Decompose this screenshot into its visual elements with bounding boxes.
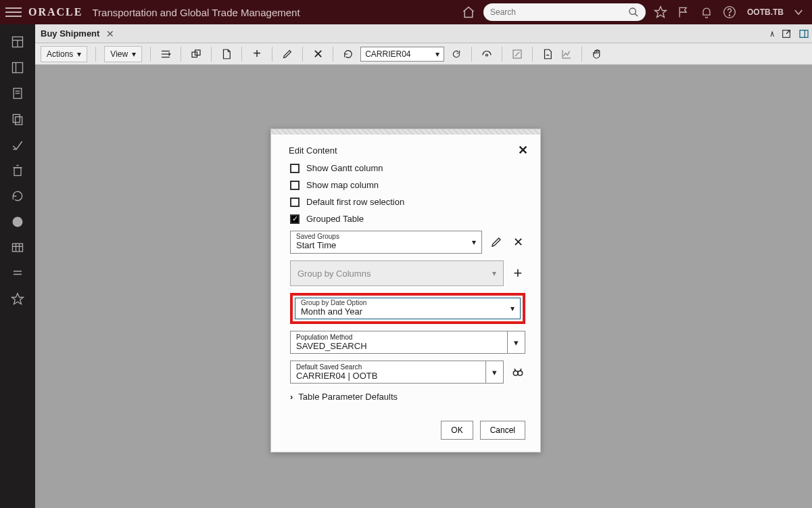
- svg-line-1: [635, 14, 638, 16]
- chevron-down-icon: ▾: [77, 49, 81, 59]
- dialog-title: Edit Content: [289, 145, 337, 156]
- delete-icon[interactable]: ✕: [311, 47, 325, 61]
- search-icon: [628, 7, 639, 18]
- chevron-down-icon: ▾: [435, 49, 439, 59]
- svg-point-20: [13, 217, 23, 227]
- svg-rect-30: [800, 30, 808, 37]
- pan-icon[interactable]: [590, 47, 604, 61]
- field-label: Group by Date Option: [301, 300, 515, 306]
- field-value: Start Time: [296, 240, 476, 251]
- rail-note-icon[interactable]: [9, 85, 26, 101]
- rail-info-icon[interactable]: [9, 214, 26, 230]
- checkbox-icon: [290, 164, 300, 173]
- rail-dashboard-icon[interactable]: [9, 34, 26, 50]
- minimize-icon[interactable]: ٨: [770, 29, 774, 39]
- checkbox-label: Show map column: [306, 180, 379, 190]
- actions-menu[interactable]: Actions ▾: [41, 46, 87, 62]
- checkbox-label: Show Gantt column: [306, 163, 383, 173]
- group-by-date-dropdown[interactable]: Group by Date Option Month and Year ▾: [295, 298, 521, 319]
- svg-rect-9: [13, 63, 23, 73]
- remove-group-icon[interactable]: ✕: [510, 235, 525, 250]
- svg-marker-2: [655, 7, 667, 18]
- cancel-button[interactable]: Cancel: [480, 421, 525, 440]
- panel-toggle-icon[interactable]: [798, 28, 809, 39]
- field-label: Population Method: [296, 333, 519, 341]
- rail-copy-icon[interactable]: [9, 111, 26, 127]
- table-parameter-defaults-toggle[interactable]: › Table Parameter Defaults: [290, 392, 525, 402]
- svg-point-37: [485, 54, 487, 56]
- saved-groups-dropdown[interactable]: Saved Groups Start Time ▾: [290, 231, 482, 254]
- chevron-down-icon: ▾: [485, 361, 503, 383]
- rail-download-icon[interactable]: [9, 137, 26, 153]
- svg-rect-15: [16, 117, 22, 125]
- edit-group-icon[interactable]: [489, 235, 504, 250]
- global-search[interactable]: [483, 3, 646, 21]
- svg-rect-36: [195, 50, 201, 55]
- svg-marker-27: [12, 294, 24, 304]
- maximize-icon[interactable]: [781, 28, 792, 39]
- help-icon[interactable]: [721, 4, 738, 20]
- compose-icon[interactable]: [510, 47, 524, 61]
- export-icon[interactable]: [541, 47, 554, 61]
- default-saved-search-dropdown[interactable]: Default Saved Search CARRIER04 | OOTB ▾: [290, 361, 504, 384]
- flag-icon[interactable]: [675, 4, 692, 20]
- group-by-columns-dropdown[interactable]: Group by Columns ▾: [290, 260, 504, 286]
- tab-buy-shipment[interactable]: Buy Shipment: [41, 28, 99, 39]
- default-first-row-checkbox[interactable]: Default first row selection: [290, 197, 525, 207]
- svg-rect-21: [13, 244, 23, 252]
- hamburger-menu[interactable]: [5, 4, 22, 20]
- svg-point-43: [518, 371, 523, 375]
- rail-grid-icon[interactable]: [9, 239, 26, 256]
- user-label[interactable]: OOTB.TB: [747, 7, 784, 17]
- rail-layout-icon[interactable]: [9, 60, 26, 76]
- tab-strip: Buy Shipment ✕ ٨: [35, 24, 812, 43]
- dialog-drag-handle[interactable]: [271, 129, 540, 135]
- user-dropdown-icon[interactable]: [790, 4, 807, 20]
- chart-icon[interactable]: [560, 47, 573, 61]
- population-method-dropdown[interactable]: Population Method SAVED_SEARCH ▾: [290, 331, 525, 354]
- close-icon[interactable]: ✕: [518, 143, 528, 158]
- format-icon[interactable]: [159, 47, 172, 61]
- reload-icon[interactable]: [450, 47, 463, 61]
- view-menu[interactable]: View ▾: [104, 46, 142, 62]
- oracle-logo: ORACLE: [28, 6, 82, 18]
- rail-star-icon[interactable]: [9, 291, 26, 307]
- new-doc-icon[interactable]: [220, 47, 233, 61]
- view-label: View: [110, 49, 128, 59]
- edit-content-dialog: Edit Content ✕ Show Gantt column Show ma…: [270, 129, 541, 453]
- field-label: Default Saved Search: [296, 363, 498, 371]
- refresh-icon[interactable]: [341, 47, 355, 61]
- top-header: ORACLE Transportation and Global Trade M…: [0, 0, 812, 24]
- show-map-checkbox[interactable]: Show map column: [290, 180, 525, 190]
- svg-rect-14: [13, 114, 20, 122]
- svg-line-29: [786, 30, 790, 33]
- left-rail: [0, 24, 35, 508]
- show-gantt-checkbox[interactable]: Show Gantt column: [290, 163, 525, 173]
- rail-trash-icon[interactable]: [9, 162, 26, 179]
- field-label: Saved Groups: [296, 233, 476, 240]
- add-group-icon[interactable]: +: [510, 266, 525, 281]
- tab-close-icon[interactable]: ✕: [106, 28, 114, 39]
- chevron-right-icon: ›: [290, 392, 293, 402]
- edit-icon[interactable]: [281, 47, 294, 61]
- ok-button[interactable]: OK: [441, 421, 473, 440]
- checkbox-label: Default first row selection: [306, 197, 404, 207]
- home-icon[interactable]: [460, 4, 477, 20]
- svg-point-42: [513, 371, 518, 375]
- field-placeholder: Group by Columns: [297, 269, 371, 279]
- field-value: SAVED_SEARCH: [296, 341, 519, 351]
- bell-icon[interactable]: [698, 4, 715, 20]
- rail-list-icon[interactable]: [9, 265, 26, 281]
- chevron-down-icon: ▾: [132, 49, 136, 59]
- chevron-down-icon: ▾: [492, 269, 496, 278]
- detach-icon[interactable]: [189, 47, 203, 61]
- star-icon[interactable]: [652, 4, 669, 20]
- add-icon[interactable]: +: [250, 47, 264, 61]
- search-input[interactable]: [490, 7, 624, 17]
- rail-refresh-icon[interactable]: [9, 188, 26, 204]
- view-search-icon[interactable]: [510, 365, 525, 379]
- settings-icon[interactable]: [480, 47, 494, 61]
- checkbox-icon: [290, 181, 300, 190]
- grouped-table-checkbox[interactable]: ✓ Grouped Table: [290, 214, 525, 224]
- carrier-dropdown[interactable]: CARRIER04 ▾: [360, 47, 444, 62]
